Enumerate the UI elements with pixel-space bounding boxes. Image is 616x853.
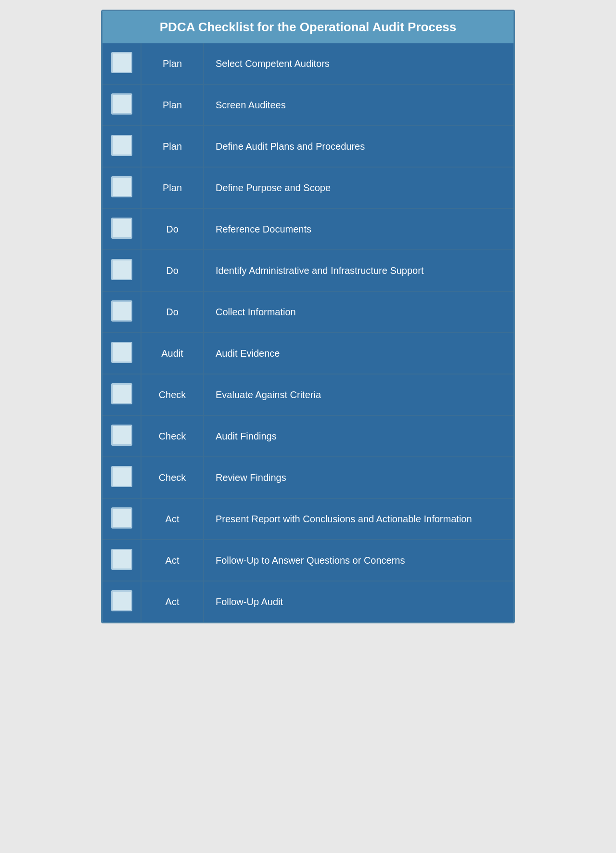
checkbox[interactable]	[111, 507, 132, 529]
checkbox[interactable]	[111, 549, 132, 570]
phase-cell: Act	[141, 581, 204, 622]
phase-cell: Act	[141, 498, 204, 540]
checklist-header: PDCA Checklist for the Operational Audit…	[103, 11, 513, 43]
description-cell: Audit Evidence	[204, 333, 513, 374]
checkbox[interactable]	[111, 52, 132, 73]
description-cell: Collect Information	[204, 291, 513, 333]
checkbox[interactable]	[111, 300, 132, 322]
phase-cell: Plan	[141, 84, 204, 126]
phase-cell: Act	[141, 540, 204, 581]
description-cell: Define Purpose and Scope	[204, 167, 513, 208]
checkbox-cell	[103, 540, 141, 581]
checkbox[interactable]	[111, 93, 132, 115]
checkbox-cell	[103, 208, 141, 250]
table-row: Check Audit Findings	[103, 415, 513, 457]
checkbox-cell	[103, 333, 141, 374]
checkbox[interactable]	[111, 176, 132, 197]
phase-cell: Check	[141, 374, 204, 415]
checkbox-cell	[103, 43, 141, 84]
phase-cell: Do	[141, 208, 204, 250]
table-row: Check Evaluate Against Criteria	[103, 374, 513, 415]
checkbox[interactable]	[111, 218, 132, 239]
checklist-table: Plan Select Competent Auditors Plan Scre…	[103, 43, 513, 622]
checkbox-cell	[103, 415, 141, 457]
checklist-container: PDCA Checklist for the Operational Audit…	[101, 10, 515, 623]
table-row: Check Review Findings	[103, 457, 513, 498]
description-cell: Define Audit Plans and Procedures	[204, 126, 513, 167]
checkbox[interactable]	[111, 425, 132, 446]
description-cell: Select Competent Auditors	[204, 43, 513, 84]
table-row: Do Collect Information	[103, 291, 513, 333]
phase-cell: Do	[141, 250, 204, 291]
checkbox-cell	[103, 250, 141, 291]
phase-cell: Plan	[141, 43, 204, 84]
table-row: Act Follow-Up to Answer Questions or Con…	[103, 540, 513, 581]
phase-cell: Plan	[141, 126, 204, 167]
phase-cell: Plan	[141, 167, 204, 208]
description-cell: Reference Documents	[204, 208, 513, 250]
description-cell: Evaluate Against Criteria	[204, 374, 513, 415]
checkbox-cell	[103, 291, 141, 333]
description-cell: Screen Auditees	[204, 84, 513, 126]
description-cell: Follow-Up to Answer Questions or Concern…	[204, 540, 513, 581]
phase-cell: Check	[141, 457, 204, 498]
checkbox-cell	[103, 374, 141, 415]
table-row: Plan Select Competent Auditors	[103, 43, 513, 84]
checkbox[interactable]	[111, 342, 132, 363]
table-row: Do Reference Documents	[103, 208, 513, 250]
description-cell: Review Findings	[204, 457, 513, 498]
checkbox-cell	[103, 84, 141, 126]
checkbox-cell	[103, 457, 141, 498]
phase-cell: Check	[141, 415, 204, 457]
table-row: Do Identify Administrative and Infrastru…	[103, 250, 513, 291]
table-row: Act Follow-Up Audit	[103, 581, 513, 622]
checkbox[interactable]	[111, 466, 132, 487]
description-cell: Identify Administrative and Infrastructu…	[204, 250, 513, 291]
description-cell: Present Report with Conclusions and Acti…	[204, 498, 513, 540]
phase-cell: Audit	[141, 333, 204, 374]
checkbox[interactable]	[111, 259, 132, 280]
checkbox[interactable]	[111, 383, 132, 404]
checklist-title: PDCA Checklist for the Operational Audit…	[112, 20, 504, 35]
checkbox[interactable]	[111, 590, 132, 611]
table-row: Act Present Report with Conclusions and …	[103, 498, 513, 540]
description-cell: Audit Findings	[204, 415, 513, 457]
phase-cell: Do	[141, 291, 204, 333]
checkbox-cell	[103, 167, 141, 208]
checkbox-cell	[103, 498, 141, 540]
checkbox-cell	[103, 581, 141, 622]
table-row: Plan Define Audit Plans and Procedures	[103, 126, 513, 167]
description-cell: Follow-Up Audit	[204, 581, 513, 622]
table-row: Plan Screen Auditees	[103, 84, 513, 126]
table-row: Audit Audit Evidence	[103, 333, 513, 374]
checkbox-cell	[103, 126, 141, 167]
table-row: Plan Define Purpose and Scope	[103, 167, 513, 208]
checkbox[interactable]	[111, 135, 132, 156]
